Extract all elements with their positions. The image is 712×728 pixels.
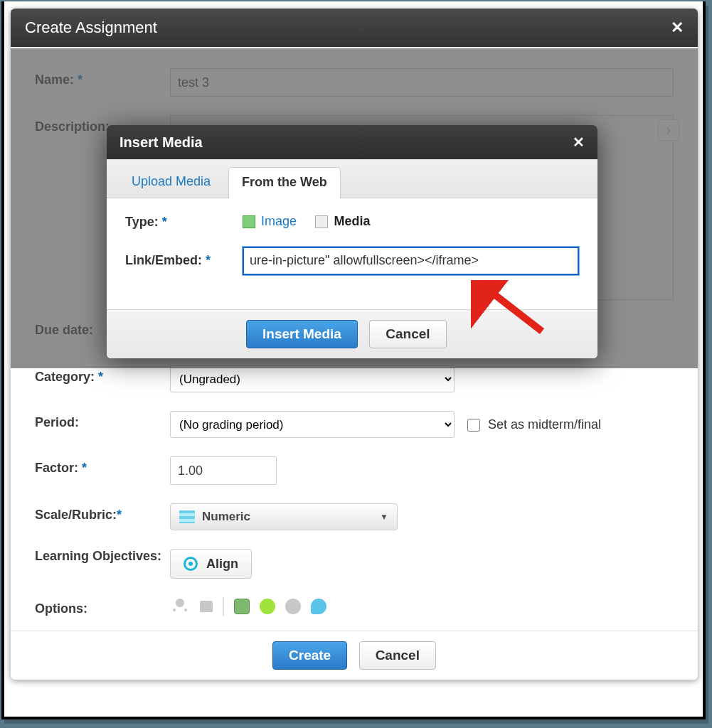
factor-row: Factor: * [35, 456, 674, 485]
image-icon [243, 215, 255, 228]
category-select[interactable]: (Ungraded) [170, 365, 455, 392]
insert-media-dialog: Insert Media ✕ Upload Media From the Web… [107, 125, 597, 358]
midterm-checkbox[interactable] [467, 419, 480, 432]
create-button[interactable]: Create [272, 641, 347, 670]
required-mark: * [78, 73, 83, 87]
align-button[interactable]: Align [170, 549, 252, 579]
scale-label: Scale/Rubric:* [35, 503, 170, 523]
name-label: Name: * [35, 68, 170, 87]
chevron-down-icon: ▼ [380, 512, 388, 522]
close-icon[interactable]: ✕ [671, 18, 684, 37]
factor-input[interactable] [170, 456, 277, 485]
type-label: Type: * [125, 215, 243, 230]
cancel-button[interactable]: Cancel [359, 641, 436, 670]
required-mark: * [98, 370, 103, 384]
separator [223, 597, 224, 616]
period-label: Period: [35, 411, 170, 430]
insert-media-body: Type: * Image Media Link/Embed: * [107, 198, 597, 309]
dialog-title: Create Assignment [25, 18, 157, 37]
tab-upload-media[interactable]: Upload Media [118, 166, 224, 198]
status-dot-icon[interactable] [260, 599, 275, 614]
share-icon[interactable] [176, 599, 184, 607]
package-icon[interactable] [234, 599, 250, 614]
period-row: Period: (No grading period) Set as midte… [35, 411, 674, 438]
options-icons [170, 597, 674, 616]
midterm-checkbox-label[interactable]: Set as midterm/final [467, 417, 601, 432]
insert-media-tabs: Upload Media From the Web [107, 159, 597, 198]
media-icon [315, 215, 328, 228]
type-media-option[interactable]: Media [315, 214, 370, 229]
insert-media-header: Insert Media ✕ [107, 125, 597, 159]
tab-from-web[interactable]: From the Web [228, 167, 341, 198]
objectives-row: Learning Objectives: Align [35, 549, 674, 579]
required-mark: * [117, 508, 122, 522]
required-mark: * [162, 215, 167, 229]
category-label: Category: * [35, 365, 170, 385]
insert-media-title: Insert Media [119, 134, 203, 151]
type-image-option[interactable]: Image [243, 214, 297, 229]
insert-media-cancel-button[interactable]: Cancel [369, 320, 446, 348]
globe-icon[interactable] [285, 599, 301, 614]
target-icon [184, 557, 198, 571]
scale-rubric-select[interactable]: Numeric ▼ [170, 503, 398, 530]
lock-icon[interactable] [200, 601, 213, 612]
rubric-icon [179, 510, 195, 523]
type-row: Type: * Image Media [125, 214, 579, 231]
options-label: Options: [35, 597, 170, 616]
period-select[interactable]: (No grading period) [170, 411, 455, 438]
required-mark: * [206, 253, 211, 267]
comment-icon[interactable] [311, 599, 326, 614]
insert-media-footer: Insert Media Cancel [107, 309, 597, 358]
link-embed-input[interactable] [243, 247, 579, 275]
insert-media-button[interactable]: Insert Media [246, 320, 358, 348]
dialog-header: Create Assignment ✕ [11, 9, 698, 47]
chevron-right-icon[interactable]: › [658, 119, 679, 141]
options-row: Options: [35, 597, 674, 616]
link-embed-label: Link/Embed: * [125, 253, 243, 268]
factor-label: Factor: * [35, 456, 170, 476]
close-icon[interactable]: ✕ [573, 134, 585, 151]
objectives-label: Learning Objectives: [35, 549, 170, 564]
category-row: Category: * (Ungraded) [35, 365, 674, 392]
name-row: Name: * [35, 68, 674, 97]
link-embed-row: Link/Embed: * [125, 247, 579, 275]
scale-row: Scale/Rubric:* Numeric ▼ [35, 503, 674, 530]
required-mark: * [82, 461, 87, 475]
dialog-footer: Create Cancel [11, 631, 698, 680]
scale-value: Numeric [202, 510, 250, 524]
name-input[interactable] [170, 68, 674, 97]
